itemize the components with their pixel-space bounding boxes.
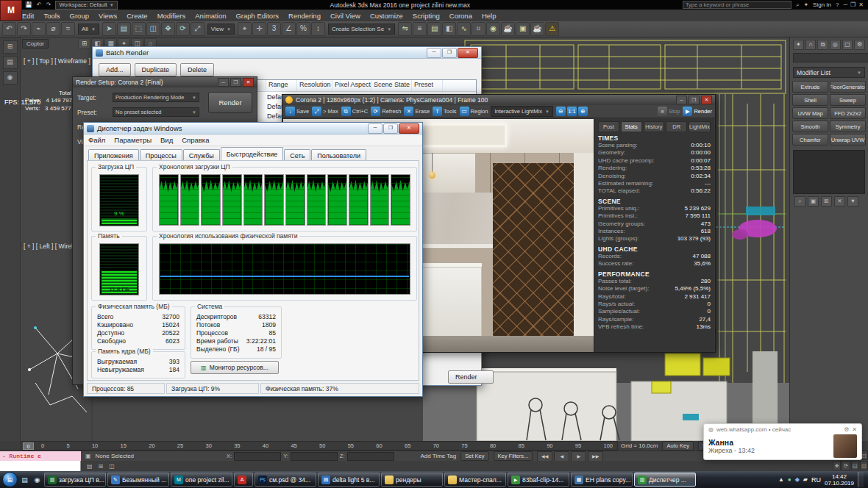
modifier-button[interactable]: Smooth: [792, 121, 828, 132]
coordinate-z-field[interactable]: [347, 452, 394, 461]
menu-item[interactable]: Tools: [43, 12, 60, 20]
percent-snap-icon[interactable]: %: [296, 22, 310, 36]
quick-redo-icon[interactable]: ↷: [46, 1, 51, 10]
make-unique-icon[interactable]: ⊞: [821, 196, 832, 207]
batch-render-titlebar[interactable]: Batch Render ─ ❐ ✕: [93, 47, 481, 59]
orbit-icon[interactable]: ⟳: [842, 461, 850, 470]
restore-button[interactable]: ❐: [850, 1, 855, 8]
render-setup-render-button[interactable]: Render: [208, 92, 252, 113]
menu-item[interactable]: Edit: [22, 12, 34, 20]
taskbar-button[interactable]: ▥ Диспетчер ...: [634, 473, 696, 487]
play-icon[interactable]: ▶: [571, 451, 586, 462]
use-pivot-point-icon[interactable]: ⌖: [238, 22, 252, 36]
minimize-button[interactable]: ─: [368, 123, 383, 134]
select-object-icon[interactable]: ➤: [102, 22, 116, 36]
zoom-one-to-one-icon[interactable]: 1:1: [567, 107, 577, 116]
taskbar-button[interactable]: рендеры: [381, 473, 443, 487]
add-button[interactable]: Add...: [99, 63, 131, 76]
menu-item[interactable]: Group: [70, 12, 89, 20]
menu-item[interactable]: Scripting: [413, 12, 440, 20]
refresh-icon[interactable]: ⟳ Refresh: [371, 107, 401, 116]
selection-lock-icon[interactable]: ▣: [85, 453, 91, 459]
close-button[interactable]: ✕: [858, 1, 864, 8]
taskbar-button[interactable]: M one project zil...: [171, 473, 232, 487]
graphite-ribbon-icon[interactable]: ◧: [442, 22, 456, 36]
task-manager-tab[interactable]: Сеть: [284, 149, 310, 161]
zoom-out-icon[interactable]: ⊖: [556, 107, 566, 116]
show-end-result-icon[interactable]: ▣: [808, 196, 819, 207]
align-icon[interactable]: ≡: [413, 22, 427, 36]
close-button[interactable]: ✕: [399, 123, 419, 134]
maxscript-mini-listener[interactable]: - Runtime e: [0, 451, 81, 462]
isolate-selection-icon[interactable]: ▤: [87, 463, 93, 470]
task-manager-tab[interactable]: Процессы: [140, 149, 182, 161]
reference-coordinate-dropdown[interactable]: View▼: [207, 24, 235, 35]
motion-tab-icon[interactable]: ◎: [830, 40, 841, 50]
task-manager-tab[interactable]: Службы: [183, 149, 220, 161]
close-button[interactable]: ✕: [458, 48, 478, 58]
undo-icon[interactable]: ↶: [2, 22, 16, 36]
vfb-tab[interactable]: Post: [598, 121, 619, 132]
render-production-icon[interactable]: ☕: [530, 22, 544, 36]
field-of-view-icon[interactable]: ◫: [860, 461, 868, 470]
coordinate-y-field[interactable]: [291, 452, 338, 461]
close-button[interactable]: ✕: [243, 78, 254, 87]
taskbar-button[interactable]: ✎ Безымянный ...: [107, 473, 169, 487]
taskbar-clock[interactable]: 14:42 07.10.2019: [825, 473, 854, 487]
warning-icon[interactable]: ⚠: [545, 22, 559, 36]
select-by-name-icon[interactable]: ▤: [117, 22, 131, 36]
workspace-selector[interactable]: Workspace: Default▼: [55, 1, 117, 10]
tray-volume-icon[interactable]: ▰: [803, 476, 808, 483]
select-and-scale-icon[interactable]: ⤢: [191, 22, 204, 36]
zoom-in-icon[interactable]: ⊕: [578, 107, 588, 116]
vfb-tab[interactable]: DR: [666, 121, 687, 132]
bind-to-space-warp-icon[interactable]: ≈: [61, 22, 75, 36]
select-and-manipulate-icon[interactable]: ✛: [252, 22, 266, 36]
batch-column-header[interactable]: Preset: [412, 80, 443, 91]
task-manager-tab[interactable]: Приложения: [88, 149, 139, 161]
menu-item[interactable]: Animation: [195, 12, 226, 20]
key-filters-button[interactable]: Key Filters...: [494, 451, 533, 461]
modifier-button[interactable]: Chamfer: [792, 134, 828, 146]
minimize-button[interactable]: ─: [843, 1, 847, 8]
menu-item[interactable]: Help: [482, 12, 497, 20]
modifier-button[interactable]: FloorGenerator: [830, 81, 866, 93]
modifier-button[interactable]: Extrude: [792, 81, 828, 93]
object-name-field[interactable]: [793, 53, 868, 62]
select-and-link-icon[interactable]: ⌁: [32, 22, 46, 36]
hierarchy-tab-icon[interactable]: ⧉: [817, 40, 828, 50]
previous-frame-icon[interactable]: ◀: [554, 451, 569, 462]
tools-icon[interactable]: T Tools: [433, 107, 457, 116]
modifier-list-dropdown[interactable]: Modifier List▼: [793, 67, 865, 78]
go-to-end-icon[interactable]: ▶▶: [588, 451, 603, 462]
batch-column-header[interactable]: Range: [266, 80, 297, 91]
floating-toolbar-label[interactable]: Coptor: [22, 39, 49, 49]
save-file-icon[interactable]: 💾: [25, 1, 32, 10]
modifier-button[interactable]: Unwrap UVW: [830, 134, 866, 146]
vfb-titlebar[interactable]: Corona 2 | 1280x960px (1:2) | Camera: Ph…: [282, 95, 715, 105]
create-tab-icon[interactable]: ✦: [793, 40, 804, 50]
close-button[interactable]: ✕: [701, 96, 712, 104]
render-setup-icon[interactable]: ☕: [501, 22, 515, 36]
batch-column-header[interactable]: Scene State: [371, 80, 412, 91]
set-key-button[interactable]: Set Key: [460, 451, 488, 461]
copy-icon[interactable]: ⧉ Ctrl+C: [341, 107, 368, 116]
tray-status-icon[interactable]: ●: [788, 476, 791, 483]
vfb-tab[interactable]: Stats: [621, 121, 642, 132]
spinner-snap-icon[interactable]: ↕: [311, 22, 325, 36]
search-icon[interactable]: ⌕: [796, 1, 799, 10]
whatsapp-notification[interactable]: ◍ web.whatsapp.com • сейчас ⚙ ✕ Жанна Жи…: [703, 423, 862, 460]
material-editor-icon[interactable]: ◉: [486, 22, 500, 36]
taskbar-button[interactable]: Мастер-спал...: [444, 473, 506, 487]
coordinate-x-field[interactable]: [234, 452, 281, 461]
taskbar-button[interactable]: ▶ 83baf-clip-14...: [508, 473, 569, 487]
unlink-selection-icon[interactable]: ⌀: [46, 22, 60, 36]
vfb-tab[interactable]: History: [644, 121, 665, 132]
preset-dropdown[interactable]: No preset selected▼: [113, 107, 199, 117]
taskbar-button[interactable]: ▦ EH plans copy...: [571, 473, 633, 487]
taskbar-button[interactable]: A: [234, 473, 253, 487]
display-strip-icon[interactable]: ▤: [3, 56, 18, 69]
menu-item[interactable]: Вид: [160, 136, 173, 144]
task-manager-tab[interactable]: Пользователи: [311, 149, 366, 161]
go-to-start-icon[interactable]: ◀◀: [537, 451, 552, 462]
